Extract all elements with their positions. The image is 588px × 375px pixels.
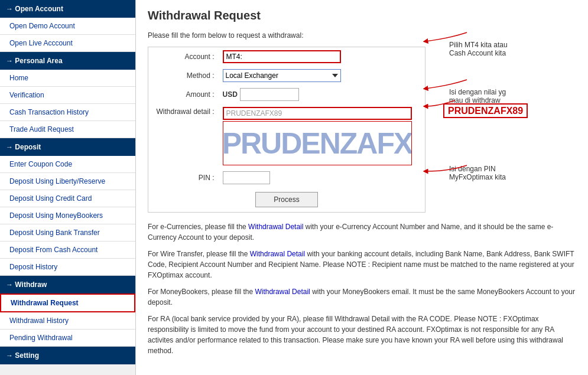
sidebar-header-open-account[interactable]: → Open Account: [0, 0, 135, 18]
withdrawal-detail-row: Withdrawal detail : PRUDENZAFX: [148, 104, 425, 168]
sidebar-header-personal-area[interactable]: → Personal Area: [0, 52, 135, 70]
callout-1-text: Pilih MT4 kita atauCash Account kita: [449, 41, 508, 57]
main-content: Withdrawal Request Please fill the form …: [136, 0, 588, 375]
callout-3-text: PRUDENZAFX89: [443, 103, 528, 118]
sidebar-item-verification[interactable]: Verification: [0, 87, 135, 104]
info-section: For e-Currencies, please fill the Withdr…: [148, 221, 576, 356]
method-select[interactable]: Local Exchanger Wire Transfer MoneyBooke…: [223, 69, 341, 82]
sidebar-item-withdrawal-history[interactable]: Withdrawal History: [0, 312, 135, 330]
account-row: Account : MT4:: [148, 47, 425, 67]
info-paragraph-1: For e-Currencies, please fill the Withdr…: [148, 221, 576, 243]
account-select[interactable]: MT4:: [223, 50, 341, 63]
callout-2: Isi dengan nilai ygmau di withdraw: [449, 88, 506, 105]
callout-2-text: Isi dengan nilai ygmau di withdraw: [449, 88, 506, 105]
pin-label: PIN :: [148, 168, 219, 187]
form-intro: Please fill the form below to request a …: [148, 31, 576, 40]
info-paragraph-4: For RA (local bank service provided by y…: [148, 314, 576, 356]
amount-row: Amount : USD: [148, 85, 425, 104]
info-paragraph-2: For Wire Transfer, please fill the Withd…: [148, 249, 576, 281]
page-title: Withdrawal Request: [148, 9, 576, 22]
account-label: Account :: [148, 47, 219, 67]
process-button[interactable]: Process: [255, 192, 317, 207]
sidebar-item-cash-transaction[interactable]: Cash Transaction History: [0, 104, 135, 121]
sidebar-item-pending-withdrawal[interactable]: Pending Withdrawal: [0, 330, 135, 347]
method-row: Method : Local Exchanger Wire Transfer M…: [148, 66, 425, 85]
sidebar-item-enter-coupon[interactable]: Enter Coupon Code: [0, 156, 135, 173]
callouts-container: Pilih MT4 kita atauCash Account kita Isi…: [437, 47, 567, 219]
callout-1: Pilih MT4 kita atauCash Account kita: [449, 41, 508, 57]
sidebar-item-home[interactable]: Home: [0, 70, 135, 87]
sidebar-item-deposit-cash[interactable]: Deposit From Cash Account: [0, 242, 135, 259]
sidebar-item-open-demo[interactable]: Open Demo Account: [0, 18, 135, 35]
sidebar-header-withdraw[interactable]: → Withdraw: [0, 276, 135, 294]
withdrawal-detail-link-1[interactable]: Withdrawal Detail: [248, 223, 303, 231]
info-paragraph-3: For MoneyBookers, please fill the Withdr…: [148, 286, 576, 308]
withdrawal-form: Account : MT4: Method : Local Exchanger: [148, 47, 425, 213]
process-row: Process: [148, 187, 425, 213]
sidebar-header-deposit[interactable]: → Deposit: [0, 138, 135, 156]
amount-label: Amount :: [148, 85, 219, 104]
watermark-text: PRUDENZAFX: [223, 126, 412, 161]
sidebar-item-trade-audit[interactable]: Trade Audit Request: [0, 121, 135, 138]
callout-4: Isi dengan PINMyFxOptimax kita: [449, 165, 506, 181]
sidebar-item-deposit-liberty[interactable]: Deposit Using Liberty/Reserve: [0, 173, 135, 190]
sidebar-item-deposit-bank[interactable]: Deposit Using Bank Transfer: [0, 224, 135, 242]
sidebar-item-deposit-moneybookers[interactable]: Deposit Using MoneyBookers: [0, 207, 135, 224]
withdrawal-detail-input[interactable]: [223, 107, 412, 120]
sidebar-header-setting[interactable]: → Setting: [0, 347, 135, 364]
amount-wrap: USD: [223, 88, 422, 101]
sidebar-item-open-live[interactable]: Open Live Acccount: [0, 35, 135, 52]
sidebar: → Open AccountOpen Demo AccountOpen Live…: [0, 0, 136, 375]
callout-3: PRUDENZAFX89: [443, 106, 528, 116]
pin-input[interactable]: [223, 171, 270, 184]
sidebar-item-withdrawal-request[interactable]: Withdrawal Request: [0, 294, 135, 312]
callout-4-text: Isi dengan PINMyFxOptimax kita: [449, 165, 506, 181]
watermark-area: PRUDENZAFX: [223, 121, 412, 165]
sidebar-item-deposit-credit[interactable]: Deposit Using Credit Card: [0, 190, 135, 207]
pin-row: PIN :: [148, 168, 425, 187]
withdrawal-detail-label: Withdrawal detail :: [148, 104, 219, 168]
withdrawal-detail-link-2[interactable]: Withdrawal Detail: [250, 250, 305, 258]
currency-label: USD: [223, 90, 238, 99]
account-select-wrap: MT4:: [223, 50, 422, 63]
sidebar-item-deposit-history[interactable]: Deposit History: [0, 259, 135, 276]
amount-input[interactable]: [240, 88, 299, 101]
method-label: Method :: [148, 66, 219, 85]
withdrawal-detail-link-3[interactable]: Withdrawal Detail: [255, 288, 310, 296]
